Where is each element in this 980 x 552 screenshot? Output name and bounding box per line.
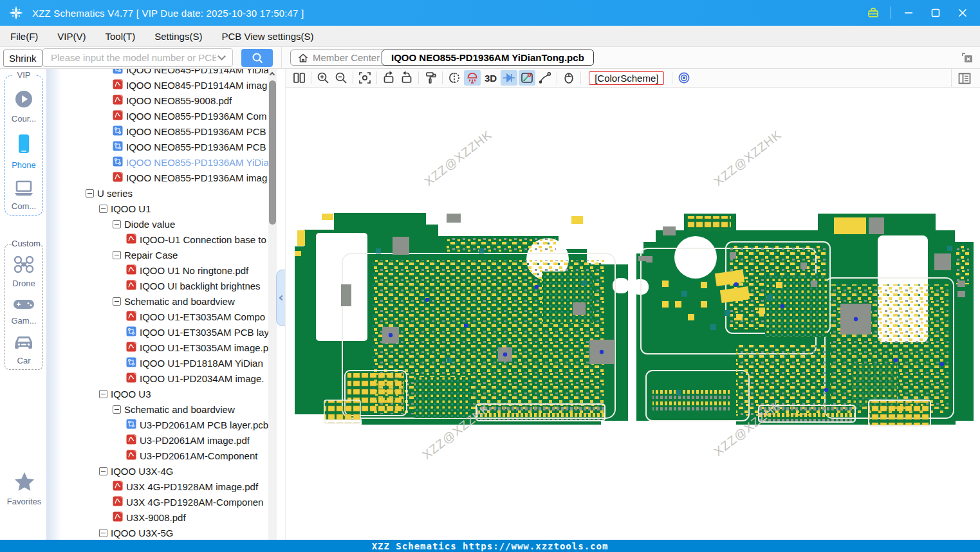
pcb-canvas[interactable]: XZZ@XZZHK XZZ@XZZHK XZZ@XZZHK XZZ@XZZHK (286, 87, 980, 540)
menu-item-settings-s-[interactable]: Settings(S) (154, 31, 202, 42)
sidebar-item-phone[interactable]: Phone (5, 133, 42, 170)
member-center-label: Member Center (313, 52, 380, 63)
search-input[interactable] (43, 52, 219, 63)
tree-item[interactable]: U3-PD2061AM-Component (61, 448, 278, 463)
collapse-expander-icon[interactable] (99, 390, 107, 398)
pcb-icon (113, 125, 123, 138)
tree-group[interactable]: Schematic and boardview (61, 401, 278, 417)
favorites-label: Favorites (0, 497, 48, 506)
tree-item[interactable]: IQOO NEO855-9008.pdf (61, 93, 278, 108)
tree-item[interactable]: U3X 4G-PD1928AM image.pdf (61, 479, 278, 494)
split-view-button[interactable] (291, 70, 308, 86)
3d-button[interactable]: 3D (482, 70, 499, 86)
zoom-out-button[interactable] (333, 70, 349, 86)
mouse-button[interactable] (560, 70, 577, 86)
tree-item-label: IQOO U1-PD1818AM YiDian (140, 358, 263, 369)
vip-briefcase-icon[interactable] (861, 3, 885, 23)
tree-item[interactable]: IQOO NEO855-PD1936AM PCB (61, 139, 278, 154)
pcb-toolbar: 3D[ColorScheme] (286, 69, 980, 87)
close-document-icon[interactable] (960, 51, 974, 65)
collapse-expander-icon[interactable] (113, 405, 121, 414)
tree-item-label: IQOO NEO855-PD1936AM PCB (126, 142, 266, 152)
maximize-button[interactable] (923, 3, 948, 23)
layer-panel-icon[interactable] (957, 71, 972, 86)
tree-item[interactable]: IQOO NEO855-PD1936AM Com (61, 108, 278, 124)
tree-item[interactable]: U3X-9008.pdf (61, 510, 278, 525)
tree-item[interactable]: IQOO NEO855-PD1936AM YiDia (61, 154, 278, 170)
model-search-combobox[interactable] (42, 48, 233, 67)
collapse-expander-icon[interactable] (99, 205, 107, 213)
tree-item[interactable]: IQOO U1-ET3035AM Compo (61, 309, 278, 324)
pcb-icon (113, 156, 123, 169)
tree-item[interactable]: IQOO U1-PD1818AM YiDian (61, 355, 278, 371)
menu-item-tool-t-[interactable]: Tool(T) (106, 31, 136, 42)
tree-group[interactable]: Schematic and boardview (61, 293, 278, 309)
collapse-expander-icon[interactable] (113, 220, 121, 228)
fit-screen-button[interactable] (356, 70, 373, 86)
scroll-up-icon[interactable] (270, 72, 275, 77)
sidebar-item-laptop[interactable]: Com... (5, 179, 42, 211)
tree-item[interactable]: IQOO NEO845-PD1914AM YiDia (61, 69, 278, 77)
scrollbar-thumb[interactable] (269, 80, 276, 225)
close-button[interactable] (950, 3, 975, 23)
menu-item-pcb-view-settings-s-[interactable]: PCB View settings(S) (221, 31, 313, 42)
chevron-down-icon[interactable] (217, 52, 226, 60)
mirror-flip-button[interactable] (446, 70, 463, 86)
tree-group[interactable]: U series (61, 185, 278, 201)
sidebar-item-gamepad[interactable]: Gam... (5, 297, 42, 326)
toolbar-separator (376, 71, 377, 84)
tree-group[interactable]: IQOO U3X-4G (61, 463, 278, 479)
tree-group[interactable]: IQOO U3X-5G (61, 525, 278, 540)
pcb-toolbar-separator (951, 69, 952, 87)
menu-item-file-f-[interactable]: File(F) (10, 31, 38, 42)
search-button[interactable] (241, 49, 273, 67)
tree-group[interactable]: Repair Case (61, 247, 278, 262)
menu-item-vip-v-[interactable]: VIP(V) (57, 31, 86, 42)
sidebar-item-drone[interactable]: Drone (5, 255, 42, 288)
sidebar-item-favorites[interactable]: Favorites (0, 471, 48, 506)
collapse-expander-icon[interactable] (99, 529, 107, 537)
measure-button[interactable] (519, 70, 535, 86)
document-tab-label: IQOO NEO855-PD1936AM YiDianTong.pcb (391, 52, 584, 63)
member-center-button[interactable]: Member Center (290, 50, 387, 66)
collapse-expander-icon[interactable] (113, 297, 121, 306)
sidebar-item-play[interactable]: Cour... (5, 89, 42, 124)
tree-item[interactable]: IQOO NEO855-PD1936AM PCB (61, 124, 278, 139)
zoom-in-button[interactable] (315, 70, 331, 86)
collapse-left-panel-handle[interactable] (276, 270, 285, 326)
paint-roller-button[interactable] (422, 70, 439, 86)
tree-item[interactable]: U3X 4G-PD1928AM-Componen (61, 494, 278, 510)
sidebar-item-car[interactable]: Car (5, 335, 42, 365)
tree-item[interactable]: IQOO U1-PD2034AM image. (61, 371, 278, 386)
tree-group[interactable]: IQOO U1 (61, 201, 278, 216)
tree-item[interactable]: U3-PD2061AM image.pdf (61, 432, 278, 448)
rotate-right-button[interactable] (398, 70, 415, 86)
tree-group[interactable]: Diode value (61, 216, 278, 232)
toolbar-row: Shrink Member Center IQOO NEO855-PD1936A… (0, 47, 980, 69)
tree-item[interactable]: IQOO U1-ET3035AM PCB lay (61, 324, 278, 340)
rotate-left-button[interactable] (380, 70, 397, 86)
collapse-expander-icon[interactable] (99, 467, 107, 475)
pdf-icon (113, 511, 123, 524)
tree-item[interactable]: IQOO U1-ET3035AM image.p (61, 340, 278, 355)
diode-button[interactable] (501, 70, 517, 86)
tree-item[interactable]: U3-PD2061AM PCB layer.pcb (61, 417, 278, 432)
car-icon (12, 335, 35, 354)
curve-button[interactable] (537, 70, 553, 86)
lamp-button[interactable] (464, 70, 481, 86)
tree-item[interactable]: IQOO-U1 Connection base to (61, 232, 278, 247)
collapse-expander-icon[interactable] (113, 251, 121, 259)
tree-group[interactable]: IQOO U3 (61, 386, 278, 401)
color-scheme-button[interactable]: [ColorScheme] (584, 70, 669, 86)
minimize-button[interactable] (896, 3, 921, 23)
eye-button[interactable] (676, 70, 692, 86)
tree-item[interactable]: IQOO U1 No ringtone.pdf (61, 262, 278, 278)
collapse-expander-icon[interactable] (86, 189, 94, 198)
shrink-button[interactable]: Shrink (3, 50, 42, 67)
tree-item[interactable]: IQOO NEO845-PD1914AM imag (61, 77, 278, 93)
tree-item-label: U series (97, 188, 133, 199)
document-tab[interactable]: IQOO NEO855-PD1936AM YiDianTong.pcb (382, 50, 594, 66)
title-bar: XZZ Schematics V4.77 [ VIP Due date: 202… (0, 0, 980, 26)
tree-item[interactable]: IQOO UI backlight brightnes (61, 278, 278, 293)
tree-item[interactable]: IQOO NEO855-PD1936AM imag (61, 170, 278, 185)
